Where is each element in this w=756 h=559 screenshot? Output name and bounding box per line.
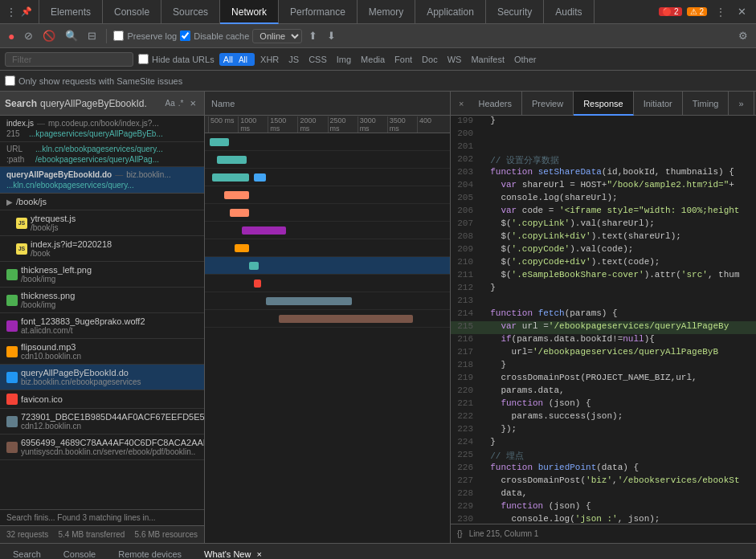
tab-response[interactable]: Response [574,92,634,116]
record-button[interactable]: ● [5,28,18,44]
list-item[interactable]: thickness.png /book/img [0,288,204,313]
img-icon [6,269,18,280]
clear-button[interactable]: 🚫 [39,28,59,43]
item-path: cdn10.booklin.cn [21,352,81,361]
waterfall-row [205,310,450,328]
preserve-log-label[interactable]: Preserve log [113,31,177,41]
filter-all[interactable]: All All [219,53,255,66]
waterfall-row [205,239,450,257]
tab-preview[interactable]: Preview [522,92,574,116]
more-button[interactable]: ⋮ [712,4,729,20]
stop-button[interactable]: ⊘ [21,28,36,43]
tab-console[interactable]: Console [103,0,161,24]
waterfall-bar [230,209,249,217]
line-num-badge: 215 [6,129,26,138]
upload-button[interactable]: ⬆ [305,28,321,43]
time-mark-3500: 3500 ms [387,116,417,133]
code-line-214: 214 function fetch(params) { [451,308,756,321]
bottom-tab-search[interactable]: Search [5,544,49,560]
filter-js[interactable]: JS [284,53,303,66]
code-line-211: 211 $('.eSampleBookShare-cover').attr('s… [451,270,756,283]
samesite-text: Only show requests with SameSite issues [18,76,182,86]
list-item[interactable]: JS index.js?id=2020218 /book [0,236,204,262]
waterfall-bar [210,138,229,146]
close-panel-button[interactable]: × [454,99,468,108]
close-devtools-button[interactable]: ✕ [734,4,750,19]
tab-headers[interactable]: Headers [468,92,522,116]
tab-network[interactable]: Network [220,0,279,24]
search-network-button[interactable]: 🔍 [62,28,81,43]
index-path: mp.codeup.cn/book/index.js?... [48,119,159,128]
search-input[interactable] [40,98,161,109]
list-item[interactable]: 723901_DBCE1B985D44AF0ACF67EEFD5E59B... … [0,409,204,435]
disable-cache-label[interactable]: Disable cache [180,31,249,41]
filter-ws[interactable]: WS [443,53,466,66]
tab-application[interactable]: Application [415,0,486,24]
search-bar: Search Aa .* × [0,92,204,116]
waterfall-row [205,169,450,186]
download-button[interactable]: ⬇ [324,28,339,43]
tab-timing[interactable]: Timing [683,92,729,116]
close-search-button[interactable]: × [186,96,199,111]
samesite-label[interactable]: Only show requests with SameSite issues [5,75,182,86]
filter-img[interactable]: Img [333,53,355,66]
list-item[interactable]: favicon.ico [0,390,204,409]
hide-data-urls-checkbox[interactable] [138,54,149,64]
list-item[interactable]: JS ytrequest.js /book/js [0,210,204,236]
filter-toggle-button[interactable]: ⊟ [84,28,100,43]
disable-cache-checkbox[interactable] [180,31,190,41]
tab-security[interactable]: Security [486,0,544,24]
url-value: ...kln.cn/ebookpageservices/query... [35,145,163,153]
pin-icon: 📌 [21,6,32,17]
pdf-icon [6,442,18,453]
filter-font[interactable]: Font [390,53,416,66]
item-name: /book/js [16,197,47,206]
tab-sources[interactable]: Sources [161,0,220,24]
selected-request[interactable]: queryAllPageByEbookId.do — biz.booklin..… [0,167,204,194]
list-item[interactable]: 6956499_4689C78AA4AF40C6DFC8ACA2AAB... y… [0,435,204,460]
left-panel: Search Aa .* × index.js — mp.codeup.cn/b… [0,92,205,543]
waterfall-bar [266,297,352,305]
name-column-header: Name [211,99,235,108]
tab-performance[interactable]: Performance [279,0,358,24]
time-mark-400: 400 [417,116,447,133]
filter-other[interactable]: Other [510,53,541,66]
font-icon [6,320,18,332]
filter-xhr[interactable]: XHR [256,53,283,66]
samesite-checkbox[interactable] [5,75,15,86]
bottom-tab-remote-devices[interactable]: Remote devices [110,544,190,560]
preserve-log-text: Preserve log [127,31,177,41]
match-path: ...kpageservices/queryAllPageByEb... [29,129,163,138]
filter-input[interactable] [5,52,133,67]
tab-memory[interactable]: Memory [358,0,415,24]
tab-audits[interactable]: Audits [544,0,594,24]
close-whats-new[interactable]: × [257,549,262,559]
filter-css[interactable]: CSS [304,53,331,66]
tab-elements[interactable]: Elements [39,0,103,24]
time-mark-500: 500 ms [208,116,238,133]
list-item[interactable]: queryAllPageByEbookId.do biz.booklin.cn/… [0,365,204,390]
tab-initiator[interactable]: Initiator [634,92,683,116]
hide-data-urls-label[interactable]: Hide data URLs [138,54,215,64]
code-line-218: 218 } [451,360,756,373]
bottom-tab-console[interactable]: Console [55,544,104,560]
list-item[interactable]: ▶ /book/js [0,194,204,210]
filter-manifest[interactable]: Manifest [467,53,509,66]
waterfall-row [205,204,450,222]
gear-button[interactable]: ⚙ [735,28,751,43]
filter-doc[interactable]: Doc [418,53,442,66]
warn-badge: ⚠ 2 [687,7,707,16]
filter-media[interactable]: Media [357,53,389,66]
list-item[interactable]: font_123883_9uge8prako.woff2 at.alicdn.c… [0,313,204,339]
panel-tabs: × Headers Preview Response Initiator Tim… [451,92,756,116]
waterfall-bar [212,173,249,182]
list-item[interactable]: flipsound.mp3 cdn10.booklin.cn [0,339,204,365]
throttle-select[interactable]: Online [252,29,302,43]
bottom-tab-whats-new[interactable]: What's New × [196,544,270,560]
preserve-log-checkbox[interactable] [113,31,124,41]
audio-icon [6,346,18,357]
tab-more[interactable]: » [729,92,754,116]
list-item[interactable]: thickness_left.png /book/img [0,262,204,288]
time-mark-1000: 1000 ms [238,116,268,133]
item-path: /book/img [21,275,92,284]
